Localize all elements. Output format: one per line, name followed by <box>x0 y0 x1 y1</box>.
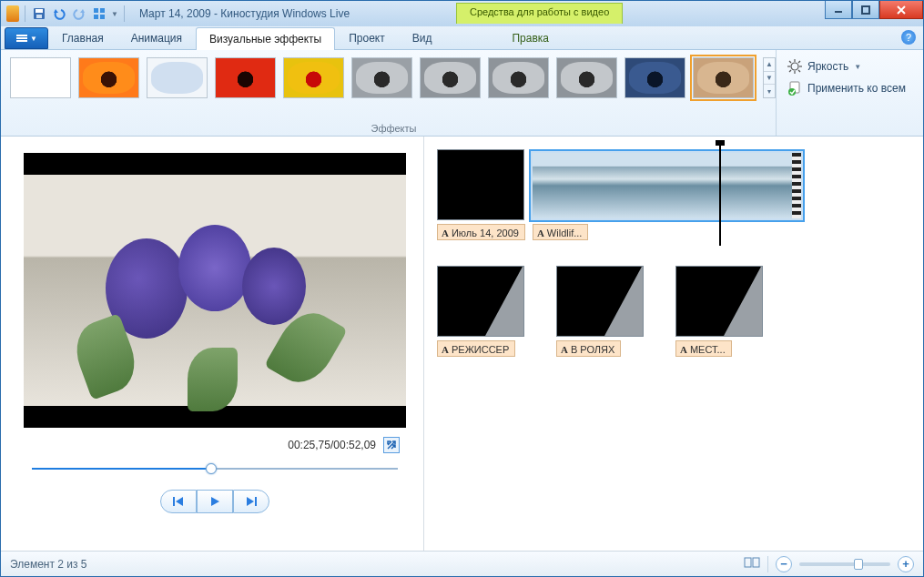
preview-pane: 00:25,75/00:52,09 <box>1 137 424 551</box>
help-icon[interactable]: ? <box>901 30 916 45</box>
status-text: Элемент 2 из 5 <box>10 558 87 571</box>
redo-icon[interactable] <box>71 5 87 22</box>
effect-blue-tone[interactable] <box>624 57 685 98</box>
ribbon: ▲ ▼ ▾ Эффекты Яркость ▼ Применить ко все… <box>1 50 923 137</box>
effect-sepia[interactable] <box>693 57 754 98</box>
maximize-button[interactable] <box>852 1 879 19</box>
contextual-tab-group-label: Средства для работы с видео <box>456 3 623 24</box>
time-display: 00:25,75/00:52,09 <box>288 439 376 451</box>
tab-visual-effects[interactable]: Визуальные эффекты <box>196 27 335 50</box>
next-frame-button[interactable] <box>233 490 269 513</box>
svg-rect-4 <box>100 8 105 13</box>
thumbnails-size-icon[interactable] <box>744 555 760 572</box>
title-clip[interactable] <box>437 149 524 220</box>
gallery-scroll[interactable]: ▲ ▼ ▾ <box>763 57 776 98</box>
effect-mono-4[interactable] <box>556 57 617 98</box>
effect-mono-3[interactable] <box>488 57 549 98</box>
storyboard-pane[interactable]: AИюль 14, 2009 AWildlif... AРЕЖИССЕРAВ Р… <box>424 137 923 551</box>
svg-rect-11 <box>16 40 27 42</box>
preview-frame <box>24 175 406 406</box>
svg-rect-24 <box>255 497 257 506</box>
apply-all-button[interactable]: Применить ко всем <box>787 81 906 96</box>
status-bar: Элемент 2 из 5 − + <box>1 551 923 576</box>
brightness-button[interactable]: Яркость ▼ <box>787 59 906 74</box>
svg-rect-10 <box>16 37 27 39</box>
svg-rect-23 <box>173 497 175 506</box>
tab-project[interactable]: Проект <box>335 26 399 49</box>
prev-frame-button[interactable] <box>160 490 197 513</box>
svg-line-20 <box>789 70 791 72</box>
close-button[interactable] <box>879 1 923 19</box>
gallery-up-icon[interactable]: ▲ <box>764 58 775 72</box>
zoom-controls: − + <box>744 555 914 572</box>
app-icon[interactable] <box>6 5 19 22</box>
file-menu-tab[interactable]: ▼ <box>5 27 48 49</box>
save-icon[interactable] <box>31 5 47 22</box>
tab-animation[interactable]: Анимация <box>117 26 196 49</box>
app-window: ▼ Март 14, 2009 - Киностудия Windows Liv… <box>0 0 924 577</box>
ribbon-group-label: Эффекты <box>1 123 787 134</box>
svg-rect-7 <box>835 11 842 13</box>
expand-icon <box>386 440 397 450</box>
effect-red-yellow[interactable] <box>215 57 276 98</box>
svg-rect-5 <box>94 15 98 19</box>
credit-clip-2[interactable]: AМЕСТ... <box>675 266 763 337</box>
caption-credit-1[interactable]: AВ РОЛЯХ <box>556 340 621 357</box>
brightness-icon <box>787 59 802 74</box>
effect-none[interactable] <box>10 57 71 98</box>
credit-clip-0[interactable]: AРЕЖИССЕР <box>437 266 524 337</box>
svg-rect-9 <box>16 35 27 36</box>
brightness-label: Яркость <box>807 60 848 73</box>
tab-editing[interactable]: Правка <box>498 26 563 49</box>
storyboard-row-1: AИюль 14, 2009 AWildlif... <box>437 149 910 222</box>
play-button[interactable] <box>197 490 233 513</box>
ribbon-tabs: ▼ Главная Анимация Визуальные эффекты Пр… <box>1 26 923 50</box>
caption-credit-0[interactable]: AРЕЖИССЕР <box>437 340 515 357</box>
effect-red-yellow-2[interactable] <box>283 57 344 98</box>
svg-rect-3 <box>94 8 98 13</box>
gallery-expand-icon[interactable]: ▾ <box>764 85 775 97</box>
effect-warm[interactable] <box>78 57 139 98</box>
qat-grid-icon[interactable] <box>91 5 107 22</box>
undo-icon[interactable] <box>51 5 67 22</box>
zoom-out-button[interactable]: − <box>776 556 792 572</box>
svg-rect-8 <box>862 6 869 14</box>
apply-all-label: Применить ко всем <box>807 82 906 95</box>
ribbon-right-group: Яркость ▼ Применить ко всем <box>776 50 917 136</box>
tab-view[interactable]: Вид <box>399 26 446 49</box>
titlebar: ▼ Март 14, 2009 - Киностудия Windows Liv… <box>1 1 923 26</box>
effect-mono-1[interactable] <box>351 57 412 98</box>
svg-point-12 <box>791 63 798 70</box>
seek-bar[interactable] <box>32 462 398 475</box>
main-area: 00:25,75/00:52,09 <box>1 137 923 551</box>
playback-controls <box>19 490 411 513</box>
zoom-in-button[interactable]: + <box>898 556 914 572</box>
apply-all-icon <box>787 81 802 96</box>
caption-wildlife[interactable]: AWildlif... <box>533 224 588 240</box>
effect-mono-2[interactable] <box>420 57 481 98</box>
caption-title-date[interactable]: AИюль 14, 2009 <box>437 224 525 240</box>
caption-credit-2[interactable]: AМЕСТ... <box>675 340 732 357</box>
fullscreen-button[interactable] <box>383 437 400 453</box>
svg-rect-2 <box>36 15 42 18</box>
gallery-down-icon[interactable]: ▼ <box>764 72 775 86</box>
svg-line-18 <box>798 70 800 72</box>
zoom-slider[interactable] <box>799 562 890 566</box>
svg-rect-25 <box>745 558 751 567</box>
minimize-button[interactable] <box>825 1 852 19</box>
effect-sketch[interactable] <box>147 57 208 98</box>
svg-rect-1 <box>36 9 43 13</box>
svg-rect-26 <box>753 558 759 567</box>
svg-line-19 <box>798 61 800 63</box>
window-title: Март 14, 2009 - Киностудия Windows Live <box>139 7 350 20</box>
playhead[interactable] <box>719 144 721 246</box>
quick-access-toolbar: ▼ <box>1 5 132 22</box>
storyboard-row-2: AРЕЖИССЕРAВ РОЛЯХAМЕСТ... <box>437 266 910 337</box>
credit-clip-1[interactable]: AВ РОЛЯХ <box>556 266 644 337</box>
svg-line-17 <box>789 61 791 63</box>
svg-rect-6 <box>100 15 105 19</box>
preview-monitor <box>24 153 406 428</box>
video-clip-selected[interactable] <box>529 149 805 222</box>
tab-home[interactable]: Главная <box>48 26 117 49</box>
